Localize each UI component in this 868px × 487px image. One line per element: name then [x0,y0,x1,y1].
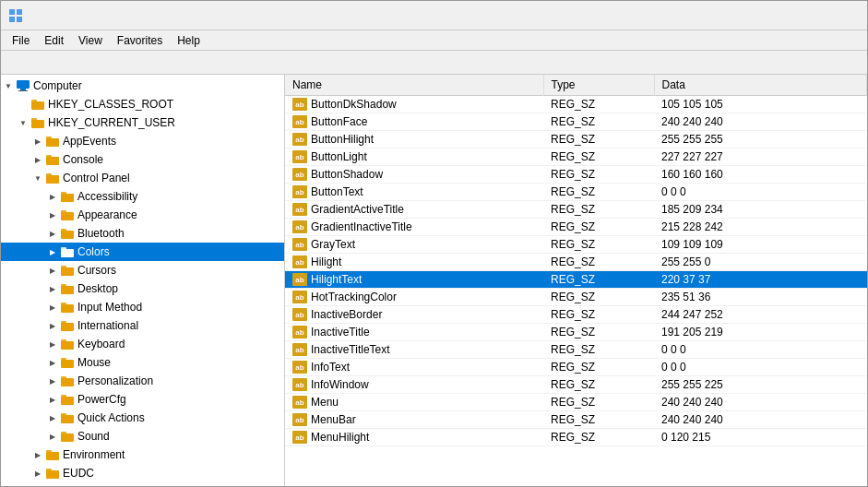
expander-quick_actions[interactable]: ▶ [45,409,60,427]
table-row[interactable]: abInactiveTitleTextREG_SZ0 0 0 [285,341,867,359]
expander-appevents[interactable]: ▶ [30,132,45,150]
menu-item-menu-help[interactable]: Help [170,32,208,49]
minimize-button[interactable] [729,1,771,30]
expander-international[interactable]: ▶ [45,316,60,335]
table-row[interactable]: abButtonHilightREG_SZ255 255 255 [285,131,867,148]
expander-personalization[interactable]: ▶ [45,372,60,390]
tree-label-accessibility: Accessibility [77,190,137,203]
registry-table: Name Type Data abButtonDkShadowREG_SZ105… [285,75,867,446]
table-row[interactable]: abGradientActiveTitleREG_SZ185 209 234 [285,201,867,219]
table-row[interactable]: abGrayTextREG_SZ109 109 109 [285,236,867,254]
expander-hkey_current_user[interactable]: ▼ [16,113,30,132]
table-row[interactable]: abButtonShadowREG_SZ160 160 160 [285,166,867,184]
table-row[interactable]: abButtonTextREG_SZ0 0 0 [285,184,867,201]
reg-type: REG_SZ [543,394,654,411]
table-row[interactable]: abGradientInactiveTitleREG_SZ215 228 242 [285,219,867,236]
menu-item-menu-favorites[interactable]: Favorites [110,32,170,49]
expander-colors[interactable]: ▶ [45,243,60,261]
tree-node-input_method[interactable]: ▶ Input Method [1,298,284,316]
tree-node-international[interactable]: ▶ International [1,316,284,335]
expander-control_panel[interactable]: ▼ [30,169,45,187]
expander-bluetooth[interactable]: ▶ [45,224,60,243]
svg-rect-29 [61,304,74,313]
tree-label-eudc: EUDC [63,467,94,480]
svg-rect-1 [17,9,22,15]
table-row[interactable]: abMenuBarREG_SZ240 240 240 [285,411,867,429]
tree-node-appearance[interactable]: ▶ Appearance [1,206,284,224]
reg-type: REG_SZ [543,324,654,341]
svg-rect-9 [31,120,44,128]
expander-desktop[interactable]: ▶ [45,279,60,298]
reg-type: REG_SZ [543,201,654,219]
reg-type-icon: ab [292,431,307,444]
reg-type: REG_SZ [543,148,654,166]
tree-node-keyboard[interactable]: ▶ Keyboard [1,335,284,353]
expander-input_method[interactable]: ▶ [45,298,60,316]
close-button[interactable] [817,1,860,30]
tree-node-eudc[interactable]: ▶ EUDC [1,464,284,482]
menu-item-menu-view[interactable]: View [71,32,110,49]
tree-node-bluetooth[interactable]: ▶ Bluetooth [1,224,284,243]
tree-node-keyboard_layout[interactable]: ▶ Keyboard Layout [1,482,284,486]
reg-type-icon: ab [292,133,307,146]
table-row[interactable]: abInactiveBorderREG_SZ244 247 252 [285,306,867,324]
table-row[interactable]: abMenuHilightREG_SZ0 120 215 [285,429,867,446]
table-row[interactable]: abMenuREG_SZ240 240 240 [285,394,867,411]
table-row[interactable]: abHilightREG_SZ255 255 0 [285,254,867,271]
table-row[interactable]: abHilightTextREG_SZ220 37 37 [285,271,867,289]
tree-node-powercfg[interactable]: ▶ PowerCfg [1,390,284,409]
expander-appearance[interactable]: ▶ [45,206,60,224]
reg-name: ButtonText [311,185,363,198]
table-row[interactable]: abButtonDkShadowREG_SZ105 105 105 [285,96,867,113]
tree-node-quick_actions[interactable]: ▶ Quick Actions [1,409,284,427]
reg-data: 255 255 0 [654,254,867,271]
table-row[interactable]: abButtonLightREG_SZ227 227 227 [285,148,867,166]
expander-accessibility[interactable]: ▶ [45,187,60,206]
tree-node-desktop[interactable]: ▶ Desktop [1,279,284,298]
menu-item-menu-file[interactable]: File [5,32,37,49]
reg-name: ButtonHilight [311,133,374,146]
reg-type-icon: ab [292,378,307,391]
maximize-button[interactable] [773,1,815,30]
expander-keyboard[interactable]: ▶ [45,335,60,353]
tree-label-environment: Environment [63,448,125,461]
tree-label-computer: Computer [33,79,82,92]
expander-computer[interactable]: ▼ [1,77,16,95]
expander-eudc[interactable]: ▶ [30,464,45,482]
expander-cursors[interactable]: ▶ [45,261,60,279]
table-row[interactable]: abInactiveTitleREG_SZ191 205 219 [285,324,867,341]
tree-node-environment[interactable]: ▶ Environment [1,445,284,464]
expander-hkey_classes_root[interactable] [16,95,30,113]
table-row[interactable]: abInfoTextREG_SZ0 0 0 [285,359,867,376]
tree-node-mouse[interactable]: ▶ Mouse [1,353,284,372]
tree-node-personalization[interactable]: ▶ Personalization [1,372,284,390]
tree-node-hkey_classes_root[interactable]: HKEY_CLASSES_ROOT [1,95,284,113]
registry-panel[interactable]: Name Type Data abButtonDkShadowREG_SZ105… [285,75,867,486]
expander-console[interactable]: ▶ [30,150,45,169]
tree-node-control_panel[interactable]: ▼ Control Panel [1,169,284,187]
reg-type: REG_SZ [543,411,654,429]
expander-mouse[interactable]: ▶ [45,353,60,372]
reg-type: REG_SZ [543,254,654,271]
menu-item-menu-edit[interactable]: Edit [37,32,71,49]
tree-node-computer[interactable]: ▼ Computer [1,77,284,95]
expander-powercfg[interactable]: ▶ [45,390,60,409]
tree-node-colors[interactable]: ▶ Colors [1,243,284,261]
tree-node-appevents[interactable]: ▶ AppEvents [1,132,284,150]
table-row[interactable]: abButtonFaceREG_SZ240 240 240 [285,113,867,131]
tree-panel[interactable]: ▼ Computer HKEY_CLASSES_ROOT▼ HKEY_CURRE… [1,75,285,486]
expander-environment[interactable]: ▶ [30,445,45,464]
tree-node-console[interactable]: ▶ Console [1,150,284,169]
tree-node-hkey_current_user[interactable]: ▼ HKEY_CURRENT_USER [1,113,284,132]
reg-type: REG_SZ [543,113,654,131]
tree-label-bluetooth: Bluetooth [77,227,125,240]
table-row[interactable]: abInfoWindowREG_SZ255 255 225 [285,376,867,394]
tree-node-accessibility[interactable]: ▶ Accessibility [1,187,284,206]
folder-icon-desktop [60,281,75,296]
svg-rect-10 [31,118,37,121]
tree-node-cursors[interactable]: ▶ Cursors [1,261,284,279]
table-row[interactable]: abHotTrackingColorREG_SZ235 51 36 [285,289,867,306]
expander-sound[interactable]: ▶ [45,427,60,445]
expander-keyboard_layout[interactable]: ▶ [30,482,45,486]
tree-node-sound[interactable]: ▶ Sound [1,427,284,445]
